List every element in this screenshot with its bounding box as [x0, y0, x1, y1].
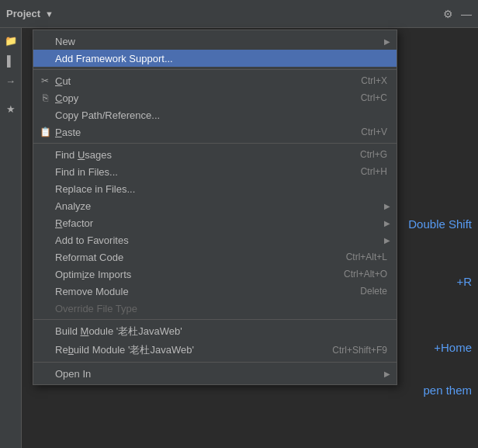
menu-item-open-in[interactable]: Open In	[33, 365, 397, 382]
cut-shortcut: Ctrl+X	[338, 75, 387, 86]
project-title: Project	[6, 8, 40, 19]
menu-item-remove-module[interactable]: Remove Module Delete	[33, 283, 397, 300]
top-bar: Project ▼ ⚙ —	[0, 0, 478, 28]
menu-item-analyze[interactable]: Analyze	[33, 197, 397, 214]
find-in-files-shortcut: Ctrl+H	[338, 166, 387, 177]
menu-item-build-module[interactable]: Build Module '老杜JavaWeb'	[33, 322, 397, 341]
menu-item-rebuild-module-label: Rebuild Module '老杜JavaWeb'	[55, 343, 194, 357]
copy-shortcut: Ctrl+C	[338, 92, 387, 103]
paste-icon: 📋	[38, 127, 52, 137]
menu-item-override-file-type-label: Override File Type	[55, 303, 137, 314]
ctrl-r-text: +R	[456, 275, 472, 288]
sidebar-bar-icon[interactable]: ▌	[2, 51, 20, 70]
minimize-icon[interactable]: —	[461, 8, 472, 20]
rebuild-module-shortcut: Ctrl+Shift+F9	[309, 345, 387, 356]
menu-item-open-in-label: Open In	[55, 368, 91, 380]
menu-item-find-in-files[interactable]: Find in Files... Ctrl+H	[33, 163, 397, 180]
menu-item-new-label: New	[55, 36, 75, 47]
menu-item-optimize-imports[interactable]: Optimize Imports Ctrl+Alt+O	[33, 266, 397, 283]
menu-item-optimize-imports-label: Optimize Imports	[55, 269, 131, 280]
ctrl-home-text: +Home	[434, 341, 472, 354]
sidebar: 📁 ▌ → ★	[0, 28, 22, 448]
menu-item-remove-module-label: Remove Module	[55, 286, 129, 297]
menu-item-replace-in-files-label: Replace in Files...	[55, 183, 135, 195]
sidebar-folder-icon[interactable]: 📁	[2, 31, 20, 50]
find-usages-shortcut: Ctrl+G	[337, 149, 387, 160]
sidebar-star-icon[interactable]: ★	[2, 99, 20, 118]
menu-item-refactor[interactable]: Refactor	[33, 214, 397, 231]
sidebar-arrow-icon[interactable]: →	[2, 71, 20, 90]
menu-item-analyze-label: Analyze	[55, 200, 91, 212]
menu-item-rebuild-module[interactable]: Rebuild Module '老杜JavaWeb' Ctrl+Shift+F9	[33, 341, 397, 359]
menu-item-copy-label: Copy	[55, 92, 78, 104]
context-menu: New Add Framework Support... ✂ Cut Ctrl+…	[33, 30, 397, 385]
menu-item-override-file-type: Override File Type	[33, 300, 397, 317]
separator-1	[33, 69, 397, 70]
reformat-code-shortcut: Ctrl+Alt+L	[323, 252, 387, 262]
menu-item-copy-path-label: Copy Path/Reference...	[55, 109, 160, 121]
separator-4	[33, 362, 397, 363]
top-bar-icons: ⚙ —	[443, 8, 472, 20]
paste-shortcut: Ctrl+V	[338, 127, 387, 137]
optimize-imports-shortcut: Ctrl+Alt+O	[320, 269, 387, 280]
menu-item-new[interactable]: New	[33, 33, 397, 50]
menu-item-build-module-label: Build Module '老杜JavaWeb'	[55, 325, 182, 339]
menu-item-cut[interactable]: ✂ Cut Ctrl+X	[33, 72, 397, 89]
menu-item-find-usages[interactable]: Find Usages Ctrl+G	[33, 146, 397, 163]
menu-item-add-framework-support[interactable]: Add Framework Support...	[33, 50, 397, 67]
menu-item-reformat-code-label: Reformat Code	[55, 252, 123, 263]
menu-item-add-to-favorites-label: Add to Favorites	[55, 234, 129, 246]
menu-item-replace-in-files[interactable]: Replace in Files...	[33, 180, 397, 197]
remove-module-shortcut: Delete	[337, 286, 387, 297]
double-shift-text: Double Shift	[408, 217, 472, 231]
cut-icon: ✂	[38, 75, 52, 86]
menu-item-add-to-favorites[interactable]: Add to Favorites	[33, 231, 397, 248]
copy-icon: ⎘	[38, 92, 52, 103]
separator-2	[33, 143, 397, 144]
open-them-text: pen them	[423, 384, 472, 397]
title-arrow: ▼	[45, 9, 54, 19]
separator-3	[33, 319, 397, 320]
menu-item-copy-path[interactable]: Copy Path/Reference...	[33, 106, 397, 123]
menu-item-refactor-label: Refactor	[55, 217, 93, 229]
menu-item-copy[interactable]: ⎘ Copy Ctrl+C	[33, 89, 397, 106]
menu-item-paste[interactable]: 📋 Paste Ctrl+V	[33, 123, 397, 141]
menu-item-reformat-code[interactable]: Reformat Code Ctrl+Alt+L	[33, 248, 397, 266]
menu-item-add-framework-label: Add Framework Support...	[55, 53, 173, 64]
gear-icon[interactable]: ⚙	[443, 8, 453, 20]
menu-item-paste-label: Paste	[55, 127, 81, 138]
menu-item-find-in-files-label: Find in Files...	[55, 166, 118, 178]
menu-item-cut-label: Cut	[55, 75, 71, 87]
main-area: Double Shift +R +Home pen them New Add F…	[22, 28, 478, 448]
menu-item-find-usages-label: Find Usages	[55, 149, 112, 161]
